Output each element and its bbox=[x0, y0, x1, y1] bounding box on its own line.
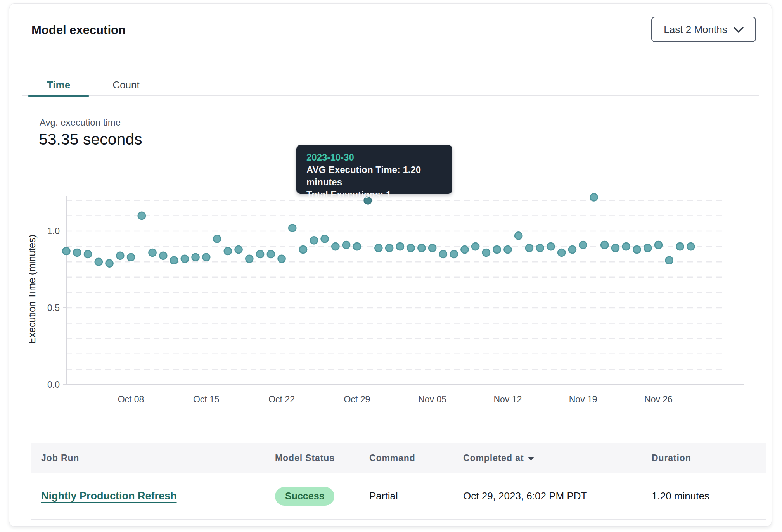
data-point bbox=[84, 250, 92, 258]
model-execution-card: Model execution Last 2 Months Time Count… bbox=[9, 3, 772, 527]
avg-execution-time-label: Avg. execution time bbox=[40, 117, 121, 128]
data-point bbox=[418, 244, 425, 252]
data-point bbox=[138, 212, 145, 219]
data-point bbox=[493, 246, 501, 253]
date-range-value: Last 2 Months bbox=[664, 24, 727, 36]
table-row: Nightly Production Refresh Success Parti… bbox=[31, 473, 766, 520]
avg-execution-time-value: 53.35 seconds bbox=[39, 130, 142, 149]
svg-text:Nov 19: Nov 19 bbox=[569, 394, 597, 404]
page: Model execution Last 2 Months Time Count… bbox=[0, 0, 782, 532]
data-point bbox=[396, 243, 404, 250]
chart-tabs: Time Count bbox=[22, 74, 759, 96]
active-tab-underline bbox=[28, 95, 89, 97]
svg-text:Oct 08: Oct 08 bbox=[118, 394, 144, 404]
data-point bbox=[655, 241, 662, 249]
data-point bbox=[213, 235, 221, 242]
data-point bbox=[386, 244, 393, 252]
data-point bbox=[106, 260, 113, 267]
svg-text:Oct 22: Oct 22 bbox=[268, 394, 295, 404]
data-point bbox=[633, 246, 640, 253]
data-point bbox=[116, 252, 124, 259]
card-title: Model execution bbox=[31, 23, 126, 37]
data-point bbox=[450, 250, 458, 258]
completed-at-cell: Oct 29, 2023, 6:02 PM PDT bbox=[463, 490, 587, 502]
svg-text:Nov 26: Nov 26 bbox=[644, 394, 673, 404]
col-header-completed-at[interactable]: Completed at bbox=[463, 453, 535, 463]
svg-text:Nov 12: Nov 12 bbox=[493, 394, 522, 404]
data-point bbox=[267, 250, 275, 258]
data-point bbox=[580, 241, 587, 249]
data-point bbox=[246, 255, 253, 263]
data-point bbox=[159, 252, 167, 259]
chart-tooltip: 2023-10-30 AVG Execution Time: 1.20 minu… bbox=[296, 145, 452, 194]
data-point bbox=[644, 244, 651, 252]
col-header-job-run[interactable]: Job Run bbox=[41, 453, 79, 463]
data-point bbox=[429, 244, 436, 252]
data-point bbox=[515, 232, 522, 239]
data-point bbox=[127, 254, 135, 261]
data-point bbox=[181, 255, 189, 263]
data-point bbox=[256, 250, 264, 258]
data-point bbox=[623, 243, 630, 250]
tooltip-avg-line: AVG Execution Time: 1.20 minutes bbox=[306, 164, 442, 188]
data-point bbox=[343, 241, 350, 249]
y-axis-title: Execution Time (minutes) bbox=[29, 235, 37, 344]
col-header-duration[interactable]: Duration bbox=[652, 453, 691, 463]
data-point bbox=[63, 247, 70, 255]
data-point bbox=[73, 249, 81, 256]
data-point bbox=[375, 244, 382, 252]
data-point bbox=[590, 193, 597, 201]
data-point bbox=[536, 244, 544, 252]
svg-text:0.5: 0.5 bbox=[47, 303, 60, 313]
svg-text:Oct 29: Oct 29 bbox=[344, 394, 370, 404]
svg-text:1.0: 1.0 bbox=[47, 226, 60, 236]
data-point bbox=[332, 243, 339, 250]
duration-cell: 1.20 minutes bbox=[652, 490, 709, 502]
data-point bbox=[504, 246, 511, 253]
data-point bbox=[526, 244, 533, 252]
sort-desc-icon[interactable] bbox=[528, 453, 535, 463]
chevron-down-icon bbox=[734, 24, 744, 36]
col-header-command[interactable]: Command bbox=[369, 453, 415, 463]
data-point bbox=[224, 247, 232, 255]
data-point bbox=[321, 235, 329, 242]
status-badge: Success bbox=[275, 487, 334, 506]
job-run-link[interactable]: Nightly Production Refresh bbox=[41, 490, 177, 502]
data-point bbox=[612, 244, 619, 252]
tooltip-date: 2023-10-30 bbox=[306, 151, 442, 164]
data-point bbox=[601, 241, 608, 249]
data-point bbox=[483, 249, 490, 256]
data-point bbox=[687, 243, 694, 250]
data-point bbox=[235, 246, 242, 253]
data-point bbox=[472, 243, 479, 250]
data-point bbox=[676, 243, 683, 250]
tooltip-total-line: Total Executions: 1 bbox=[306, 188, 442, 201]
data-point bbox=[461, 246, 468, 253]
svg-text:0.0: 0.0 bbox=[47, 380, 60, 390]
tab-time[interactable]: Time bbox=[28, 74, 89, 95]
scatter-plot[interactable]: 0.00.51.0Oct 08Oct 15Oct 22Oct 29Nov 05N… bbox=[29, 167, 766, 415]
data-point bbox=[666, 257, 673, 264]
data-point bbox=[558, 249, 565, 256]
data-point bbox=[289, 225, 296, 232]
table-header-row: Job Run Model Status Command Completed a… bbox=[31, 443, 766, 473]
data-point bbox=[202, 254, 210, 261]
data-point bbox=[407, 244, 415, 252]
data-point bbox=[278, 255, 285, 263]
col-header-model-status[interactable]: Model Status bbox=[275, 453, 335, 463]
tab-count[interactable]: Count bbox=[98, 74, 154, 95]
data-point bbox=[310, 237, 318, 244]
tabs-divider bbox=[22, 95, 759, 96]
data-point bbox=[95, 258, 102, 266]
job-runs-table: Job Run Model Status Command Completed a… bbox=[31, 443, 766, 520]
svg-text:Nov 05: Nov 05 bbox=[418, 394, 446, 404]
svg-text:Oct 15: Oct 15 bbox=[193, 394, 220, 404]
data-point bbox=[299, 246, 307, 253]
data-point bbox=[170, 257, 178, 264]
data-point bbox=[439, 250, 447, 258]
data-point bbox=[569, 246, 576, 253]
status-badge-wrap: Success bbox=[275, 487, 334, 506]
execution-time-chart[interactable]: 0.00.51.0Oct 08Oct 15Oct 22Oct 29Nov 05N… bbox=[29, 167, 766, 415]
data-point bbox=[149, 249, 156, 256]
date-range-dropdown[interactable]: Last 2 Months bbox=[651, 17, 756, 42]
